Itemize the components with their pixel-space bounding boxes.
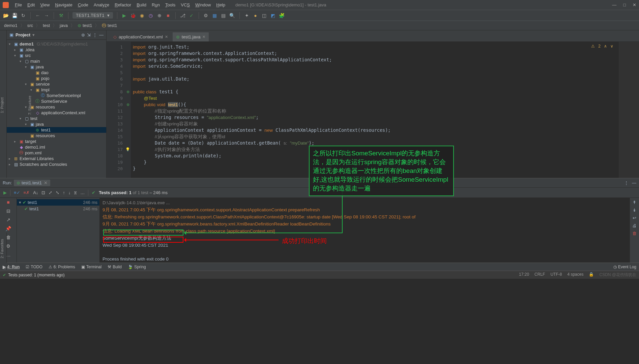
commit-icon[interactable]: ✓ — [188, 12, 195, 19]
test-tree[interactable]: ▾✔test1246 ms ✔test1246 ms — [17, 198, 100, 263]
expand-all-icon[interactable]: ⤢ — [49, 190, 52, 195]
tw-build[interactable]: ⚒ Build — [108, 265, 122, 269]
plugin2-icon[interactable]: ● — [253, 12, 259, 19]
collapse-icon[interactable]: ⇲ — [87, 32, 91, 37]
menu-file[interactable]: File — [13, 2, 24, 8]
scroll-up-icon[interactable]: ↟ — [633, 200, 636, 205]
menu-edit[interactable]: Edit — [25, 2, 37, 8]
tw-terminal[interactable]: ▣ Terminal — [81, 265, 101, 269]
export-icon[interactable]: ↗ — [5, 217, 11, 223]
vcs-icon[interactable]: ⎇ — [180, 12, 186, 19]
layout-icon[interactable]: ⊟ — [5, 208, 11, 214]
tab-test1[interactable]: ⊚test1.java✕ — [173, 32, 209, 41]
clear-icon[interactable]: 🗑 — [632, 231, 637, 236]
project-tool-handle[interactable]: 1: Project — [0, 97, 4, 113]
prev-icon[interactable]: ↑ — [63, 190, 65, 195]
crumb[interactable]: test1 — [108, 23, 117, 28]
structure-icon[interactable]: ▤ — [221, 12, 227, 19]
tw-todo[interactable]: ☑ TODO — [26, 265, 42, 269]
menu-code[interactable]: Code — [76, 2, 90, 8]
menu-run[interactable]: Run — [150, 2, 162, 8]
options-icon[interactable]: ⋮ — [93, 32, 97, 37]
rerun-icon[interactable]: ▶ — [3, 190, 7, 195]
favorites-tool-handle[interactable]: 2: Favorites — [0, 233, 7, 263]
tw-eventlog[interactable]: ◷ Event Log — [613, 265, 636, 269]
profile-icon[interactable]: ◷ — [148, 12, 154, 19]
open-icon[interactable]: 📂 — [3, 12, 9, 19]
close-icon[interactable]: ✕ — [165, 35, 168, 39]
minimize-icon[interactable]: — — [612, 2, 616, 7]
expand-icon[interactable]: ⊡ — [41, 190, 45, 195]
gutter-icons[interactable]: ⊚⊚💡 — [125, 42, 131, 178]
tw-problems[interactable]: ⚠ 6: Problems — [49, 265, 75, 269]
filter-ok-icon[interactable]: ≡✓ — [14, 190, 20, 195]
close-icon[interactable]: ✕ — [44, 180, 48, 185]
crumb[interactable]: test1 — [83, 23, 92, 28]
crumb[interactable]: src — [27, 23, 33, 28]
tab-appcontext[interactable]: ◇applicationContext.xml✕ — [110, 32, 171, 41]
menu-refactor[interactable]: Refactor — [113, 2, 133, 8]
next-icon[interactable]: ↓ — [68, 190, 71, 195]
line-sep[interactable]: CRLF — [534, 272, 545, 278]
caret-pos[interactable]: 17:20 — [519, 272, 529, 278]
search-icon[interactable]: 🔍 — [229, 12, 235, 19]
chevron-down-icon[interactable]: ▾ — [32, 32, 35, 37]
menu-window[interactable]: Window — [193, 2, 213, 8]
scroll-down-icon[interactable]: ↡ — [633, 208, 636, 213]
build-icon[interactable]: ⚒ — [58, 12, 64, 19]
structure-tool-handle[interactable]: 7: Structure — [28, 96, 32, 115]
sort-icon[interactable]: A↓ — [33, 190, 38, 195]
hide-icon[interactable]: — — [99, 32, 104, 37]
settings-icon[interactable]: ⚙ — [203, 12, 209, 19]
crumb[interactable]: test — [43, 23, 50, 28]
menu-tools[interactable]: Tools — [163, 2, 177, 8]
stop-icon[interactable]: ■ — [165, 12, 171, 19]
filter-fail-icon[interactable]: ≡✗ — [24, 190, 30, 195]
run-console[interactable]: D:\Java\jdk-14.0.1\bin\java.exe ... 9月 0… — [100, 198, 630, 263]
menu-analyze[interactable]: Analyze — [92, 2, 111, 8]
history-icon[interactable]: ⧖ — [74, 190, 77, 195]
lock-icon[interactable]: 🔒 — [589, 272, 594, 278]
run-config-selector[interactable]: TEST1.TEST1 ▾ — [72, 12, 113, 19]
crumb[interactable]: demo1 — [4, 23, 18, 28]
more-icon[interactable]: … — [80, 190, 85, 195]
tw-spring[interactable]: 🍃 Spring — [128, 265, 146, 269]
hide-icon[interactable]: — — [632, 180, 636, 185]
crumb[interactable]: java — [60, 23, 68, 28]
minimap[interactable] — [619, 42, 639, 178]
sync-icon[interactable]: ↻ — [20, 12, 26, 19]
project-tree[interactable]: ▾▣demo1G:\IDEA\S3\Spring\demo1 ▸▣.idea ▾… — [7, 40, 106, 178]
forward-icon[interactable]: → — [43, 12, 50, 19]
stop-icon[interactable]: ■ — [5, 199, 11, 205]
collapse-all-icon[interactable]: ⤡ — [56, 190, 59, 195]
plugin1-icon[interactable]: ✦ — [244, 12, 250, 19]
inspection-widget[interactable]: ⚠2 ∧ ∨ — [589, 43, 615, 49]
options-icon[interactable]: ⋮ — [624, 180, 629, 185]
menu-vcs[interactable]: VCS — [179, 2, 192, 8]
maximize-icon[interactable]: □ — [623, 2, 626, 7]
pin-icon[interactable]: 📌 — [5, 225, 11, 232]
close-window-icon[interactable]: ✕ — [633, 2, 636, 7]
print-icon[interactable]: 🖨 — [632, 223, 637, 228]
run-tab-item[interactable]: ⊚ test1.test1✕ — [14, 180, 50, 186]
plugin3-icon[interactable]: ◫ — [261, 12, 267, 19]
target-icon[interactable]: ⊚ — [81, 32, 85, 37]
tw-run[interactable]: ▶ 4: Run — [3, 265, 20, 269]
run-icon[interactable]: ▶ — [121, 12, 127, 19]
encoding[interactable]: UTF-8 — [550, 272, 562, 278]
menu-view[interactable]: View — [38, 2, 52, 8]
menu-build[interactable]: Build — [135, 2, 148, 8]
grid-icon[interactable]: ▦ — [212, 12, 218, 19]
coverage-icon[interactable]: ◉ — [139, 12, 145, 19]
save-icon[interactable]: 💾 — [11, 12, 18, 19]
plugin5-icon[interactable]: 🧩 — [279, 12, 285, 19]
wrap-icon[interactable]: ↩ — [633, 215, 636, 220]
debug-icon[interactable]: 🐞 — [130, 12, 136, 19]
menu-navigate[interactable]: Navigate — [53, 2, 74, 8]
close-icon[interactable]: ✕ — [202, 35, 205, 39]
indent[interactable]: 4 spaces — [567, 272, 583, 278]
attach-icon[interactable]: ⊕ — [156, 12, 163, 19]
menu-help[interactable]: Help — [214, 2, 227, 8]
plugin4-icon[interactable]: ◩ — [270, 12, 276, 19]
back-icon[interactable]: ← — [35, 12, 41, 19]
